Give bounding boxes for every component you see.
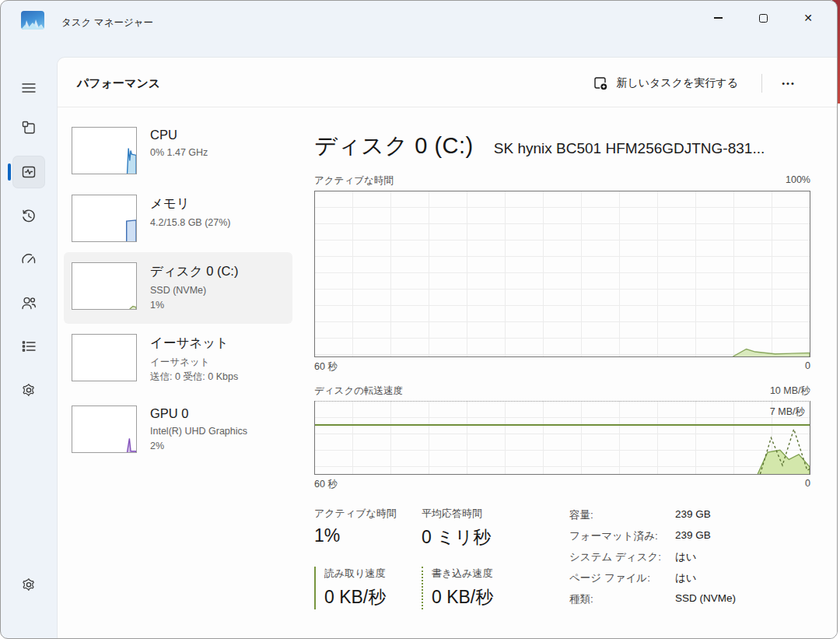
chart2-x-left: 60 秒 [314, 478, 338, 491]
perf-list-item-gpu0[interactable]: GPU 0 Intel(R) UHD Graphics2% [64, 395, 292, 465]
perf-item-subtitle: 0% 1.47 GHz [150, 146, 208, 160]
stat-active-time: アクティブな時間 1% [314, 507, 422, 549]
perf-item-subtitle: SSD (NVMe)1% [150, 283, 238, 314]
disk-properties: 容量: 239 GB フォーマット済み: 239 GB システム ディスク: は… [569, 507, 810, 613]
perf-item-title: メモリ [150, 195, 231, 212]
perf-thumbnail-chart [72, 334, 137, 381]
hamburger-icon [19, 79, 38, 97]
close-icon: ✕ [803, 12, 813, 23]
run-new-task-label: 新しいタスクを実行する [616, 76, 738, 90]
history-clock-icon [19, 206, 38, 225]
detail-title: ディスク 0 (C:) [314, 131, 474, 162]
transfer-rate-chart[interactable]: 7 MB/秒 [314, 401, 810, 475]
header-separator [761, 74, 762, 93]
command-bar: パフォーマンス 新しいタスクを実行する ••• [58, 58, 837, 107]
perf-item-subtitle: 4.2/15.8 GB (27%) [150, 216, 231, 230]
disk-property-row: システム ディスク: はい [569, 550, 810, 564]
stat-write-speed-label: 書き込み速度 [432, 567, 529, 581]
stat-read-speed: 読み取り速度 0 KB/秒 [314, 567, 422, 609]
sidebar-item-settings[interactable] [13, 569, 44, 600]
disk-property-value: SSD (NVMe) [675, 592, 736, 606]
disk-property-row: ページ ファイル: はい [569, 571, 810, 585]
chart1-x-right: 0 [805, 360, 810, 374]
disk-model: SK hynix BC501 HFM256GDJTNG-831... [494, 140, 765, 157]
perf-item-title: ディスク 0 (C:) [150, 263, 238, 280]
users-icon [19, 293, 38, 312]
window-title: タスク マネージャー [61, 16, 153, 30]
chart2-x-right: 0 [805, 478, 810, 491]
disk-property-label: システム ディスク: [569, 550, 675, 564]
disk-property-value: はい [675, 550, 697, 564]
stat-read-speed-label: 読み取り速度 [324, 567, 422, 581]
disk-property-row: フォーマット済み: 239 GB [569, 529, 810, 543]
stat-avg-response: 平均応答時間 0 ミリ秒 [422, 507, 529, 549]
close-button[interactable]: ✕ [786, 1, 831, 35]
stat-active-time-label: アクティブな時間 [314, 507, 422, 521]
perf-item-subtitle: イーサネット送信: 0 受信: 0 Kbps [150, 355, 238, 385]
disk-property-label: 種類: [569, 592, 675, 606]
chart1-x-left: 60 秒 [314, 360, 338, 374]
processes-icon [19, 118, 38, 137]
perf-thumbnail-chart [72, 127, 137, 174]
stat-read-speed-value: 0 KB/秒 [324, 585, 422, 609]
sidebar-item-startup-apps[interactable] [13, 244, 44, 275]
perf-list-item-cpu[interactable]: CPU 0% 1.47 GHz [64, 117, 292, 184]
active-time-chart[interactable] [314, 191, 810, 357]
peak-scale-label: 7 MB/秒 [770, 406, 805, 419]
task-manager-window: タスク マネージャー ✕ [0, 0, 838, 639]
sidebar-item-details[interactable] [13, 331, 44, 362]
page-title: パフォーマンス [77, 76, 160, 91]
navigation-menu-button[interactable] [13, 72, 44, 104]
sidebar-item-performance[interactable] [13, 156, 44, 188]
perf-thumbnail-chart [72, 195, 137, 242]
sidebar [1, 44, 57, 638]
sidebar-item-processes[interactable] [13, 112, 44, 143]
sidebar-item-users[interactable] [13, 287, 44, 318]
titlebar[interactable]: タスク マネージャー ✕ [1, 1, 837, 44]
chart1-max-label: 100% [786, 174, 810, 188]
details-list-icon [19, 337, 38, 356]
sidebar-item-app-history[interactable] [13, 200, 44, 231]
ellipsis-icon: ••• [782, 79, 796, 88]
stat-avg-response-label: 平均応答時間 [422, 507, 529, 521]
disk-property-value: 239 GB [675, 508, 711, 522]
perf-item-title: GPU 0 [150, 406, 247, 421]
performance-icon [19, 163, 38, 181]
disk-property-value: 239 GB [675, 529, 711, 543]
perf-item-title: イーサネット [150, 335, 238, 352]
stat-write-speed: 書き込み速度 0 KB/秒 [422, 567, 529, 609]
perf-thumbnail-chart [72, 262, 137, 310]
stat-avg-response-value: 0 ミリ秒 [422, 525, 529, 549]
perf-list-item-memory[interactable]: メモリ 4.2/15.8 GB (27%) [64, 184, 292, 252]
disk-property-label: フォーマット済み: [569, 529, 675, 543]
chart2-label: ディスクの転送速度 [314, 384, 403, 398]
minimize-icon [714, 17, 723, 18]
maximize-button[interactable] [740, 1, 786, 35]
perf-item-subtitle: Intel(R) UHD Graphics2% [150, 424, 247, 455]
chart2-max-label: 10 MB/秒 [770, 384, 810, 398]
speedometer-icon [19, 250, 38, 269]
maximize-icon [759, 14, 768, 23]
disk-detail-panel: ディスク 0 (C:) SK hynix BC501 HFM256GDJTNG-… [314, 117, 810, 613]
perf-list-item-ethernet[interactable]: イーサネット イーサネット送信: 0 受信: 0 Kbps [64, 324, 292, 395]
performance-list: CPU 0% 1.47 GHz メモリ 4.2/15.8 GB (27%) [64, 117, 292, 464]
disk-property-row: 種類: SSD (NVMe) [569, 592, 810, 606]
disk-property-label: 容量: [569, 508, 675, 522]
disk-property-row: 容量: 239 GB [569, 508, 810, 522]
stat-write-speed-value: 0 KB/秒 [432, 585, 529, 609]
perf-thumbnail-chart [72, 406, 137, 453]
peak-scale-line [315, 424, 810, 426]
run-new-task-button[interactable]: 新しいタスクを実行する [583, 70, 747, 97]
services-cog-icon [19, 381, 38, 399]
sidebar-item-services[interactable] [13, 374, 44, 406]
more-options-button[interactable]: ••• [772, 70, 806, 97]
minimize-button[interactable] [695, 1, 740, 35]
task-manager-app-icon [21, 11, 44, 30]
disk-property-label: ページ ファイル: [569, 571, 675, 585]
perf-list-item-disk0[interactable]: ディスク 0 (C:) SSD (NVMe)1% [64, 252, 292, 324]
content-card: パフォーマンス 新しいタスクを実行する ••• CPU [57, 57, 837, 638]
settings-gear-icon [19, 575, 38, 594]
stat-active-time-value: 1% [314, 525, 422, 546]
new-task-icon [593, 75, 608, 91]
chart1-label: アクティブな時間 [314, 174, 394, 188]
